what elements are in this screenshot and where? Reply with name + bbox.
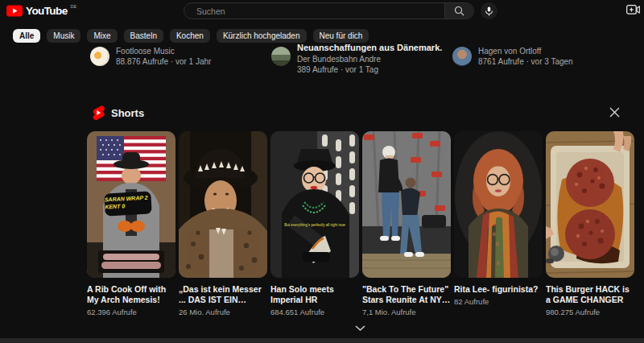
shorts-thumbnail-imperial-hr[interactable]: But everything's perfectly all right now: [270, 131, 359, 278]
chip-alle[interactable]: Alle: [13, 29, 40, 43]
shorts-title[interactable]: „Das ist kein Messer ... DAS IST EIN MES…: [179, 284, 267, 305]
create-video-icon: [626, 4, 640, 15]
video-meta-item[interactable]: Footloose Music 88.876 Aufrufe · vor 1 J…: [90, 47, 266, 67]
shorts-views: 684.651 Aufrufe: [270, 308, 359, 316]
shorts-title[interactable]: Rita Lee- figurinista?: [454, 284, 543, 295]
chip-neu-fuer-dich[interactable]: Neu für dich: [313, 29, 369, 43]
video-meta: 8761 Aufrufe · vor 3 Tagen: [478, 57, 573, 68]
filter-chips-bar: Alle Musik Mixe Basteln Kochen Kürzlich …: [13, 29, 369, 43]
section-divider: [0, 338, 644, 343]
shorts-section-header: Shorts: [92, 105, 144, 120]
show-more-button[interactable]: [345, 321, 374, 334]
youtube-wordmark: YouTube: [26, 5, 68, 17]
shorts-views: 62.396 Aufrufe: [87, 308, 175, 316]
shorts-views: 7,1 Mio. Aufrufe: [362, 308, 451, 316]
shorts-card: Rita Lee- figurinista? 82 Aufrufe: [454, 131, 543, 306]
shorts-title[interactable]: "Back To The Future" Stars Reunite At NY…: [362, 284, 451, 305]
close-icon: [609, 106, 621, 118]
youtube-play-icon: [6, 5, 23, 17]
thumbnail-overlay-text: SARAN WRAP 2 KENT 0: [105, 193, 154, 210]
channel-name[interactable]: Der Bundesbahn Andre: [297, 55, 442, 65]
shorts-card: This Burger HACK is a GAME CHANGER 980.2…: [546, 131, 634, 316]
shorts-thumbnail-burger-hack[interactable]: [546, 131, 634, 278]
thumbnail-art: [546, 131, 634, 278]
thumbnail-art: [362, 131, 451, 278]
shorts-thumbnail-bttf-reunion[interactable]: [362, 131, 451, 278]
shorts-views: 26 Mio. Aufrufe: [179, 308, 267, 316]
shorts-views: 980.275 Aufrufe: [546, 308, 634, 316]
chip-mixe[interactable]: Mixe: [87, 29, 117, 43]
search-button[interactable]: [444, 3, 473, 19]
chip-basteln[interactable]: Basteln: [124, 29, 163, 43]
shorts-card: But everything's perfectly all right now…: [270, 131, 359, 316]
video-meta: 88.876 Aufrufe · vor 1 Jahr: [116, 57, 211, 68]
chip-musik[interactable]: Musik: [47, 29, 80, 43]
shorts-icon: [92, 105, 105, 120]
youtube-logo[interactable]: YouTube DE: [6, 5, 76, 17]
logo-country-code: DE: [71, 4, 77, 9]
shorts-views: 82 Aufrufe: [454, 297, 543, 306]
channel-name[interactable]: Hagen von Ortloff: [478, 47, 573, 57]
chip-kochen[interactable]: Kochen: [170, 29, 210, 43]
chevron-down-icon: [354, 324, 366, 332]
microphone-icon: [485, 6, 493, 16]
channel-avatar[interactable]: [452, 47, 472, 66]
video-title[interactable]: Neuanschaffungen aus Dänemark.: [297, 43, 442, 53]
channel-avatar[interactable]: [271, 47, 291, 66]
shorts-card: SARAN WRAP 2 KENT 0 A Rib Cook Off with …: [87, 131, 175, 316]
shorts-card: "Back To The Future" Stars Reunite At NY…: [362, 131, 451, 316]
shorts-section-title: Shorts: [111, 107, 144, 119]
video-meta: 389 Aufrufe · vor 1 Tag: [297, 65, 442, 76]
shorts-thumbnail-crocodile-dundee[interactable]: [179, 131, 267, 278]
shorts-thumbnail-rita-lee[interactable]: [454, 131, 543, 278]
thumbnail-art: [179, 131, 267, 278]
shorts-close-button[interactable]: [606, 104, 622, 120]
chip-kuerzlich-hochgeladen[interactable]: Kürzlich hochgeladen: [217, 29, 307, 43]
thumbnail-caption-text: But everything's perfectly all right now: [274, 223, 356, 227]
shorts-title[interactable]: Han Solo meets Imperial HR: [270, 284, 359, 305]
shorts-title[interactable]: This Burger HACK is a GAME CHANGER: [546, 284, 634, 305]
voice-search-button[interactable]: [481, 2, 497, 19]
create-button[interactable]: [625, 3, 640, 16]
search-input[interactable]: [184, 3, 444, 19]
channel-name[interactable]: Footloose Music: [116, 47, 211, 57]
video-meta-item[interactable]: Hagen von Ortloff 8761 Aufrufe · vor 3 T…: [452, 47, 628, 67]
thumbnail-art: [270, 131, 359, 278]
video-meta-item[interactable]: Neuanschaffungen aus Dänemark. Der Bunde…: [271, 43, 447, 75]
shorts-card: „Das ist kein Messer ... DAS IST EIN MES…: [179, 131, 267, 316]
shorts-thumbnail-rib-cookoff[interactable]: SARAN WRAP 2 KENT 0: [87, 131, 175, 278]
channel-avatar[interactable]: [90, 47, 109, 66]
search-bar[interactable]: [184, 2, 474, 19]
thumbnail-art: [454, 131, 543, 278]
shorts-title[interactable]: A Rib Cook Off with My Arch Nemesis!: [87, 284, 175, 305]
search-icon: [454, 6, 464, 16]
